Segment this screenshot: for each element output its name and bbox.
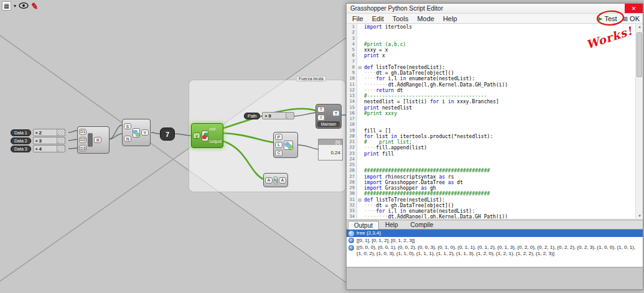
entwine-component[interactable]: S N Y: [122, 119, 151, 146]
aa-port-out[interactable]: A: [279, 177, 286, 184]
code-line[interactable]: 6print x: [347, 53, 643, 58]
code-line[interactable]: 22····fill.append(list): [347, 145, 643, 151]
aa-port-in[interactable]: A: [265, 177, 273, 184]
code-line[interactable]: 15print nestedlist: [347, 105, 643, 111]
output-row[interactable]: [(0, 0, 0), (0, 0, 1), (0, 0, 2), (0, 0,…: [347, 244, 643, 257]
number-node[interactable]: 7: [160, 128, 175, 141]
code-line[interactable]: 26######################################…: [347, 168, 643, 174]
menu-mode[interactable]: Mode: [413, 14, 439, 23]
data-panel-label[interactable]: Data 1: [11, 129, 31, 136]
entwine-port-n[interactable]: N: [124, 136, 131, 142]
path-label[interactable]: Path: [244, 113, 260, 119]
code-line[interactable]: 25: [347, 162, 643, 168]
code-line[interactable]: 9····dt = gh.DataTree[object](): [347, 70, 643, 76]
data-panel-value[interactable]: ◆4: [33, 145, 65, 152]
test-button[interactable]: ▶ Test: [598, 15, 617, 22]
code-line[interactable]: 5xxxy = x: [347, 47, 643, 53]
tab-compile[interactable]: Compile: [404, 220, 440, 229]
menu-file[interactable]: File: [348, 14, 368, 23]
code-line[interactable]: 21# print list;: [347, 139, 643, 145]
plc-port-p[interactable]: P: [275, 134, 282, 140]
path-value[interactable]: ◆9: [262, 112, 294, 119]
data-panel-value[interactable]: ◆3: [33, 137, 65, 144]
code-line[interactable]: 29import Grasshopper as gh: [347, 185, 643, 191]
data-panel-label[interactable]: Data 3: [11, 146, 31, 152]
plc-port-c[interactable]: C: [275, 150, 282, 156]
merge-port-d1[interactable]: D1: [79, 129, 86, 135]
scroll-up-icon[interactable]: ▲: [636, 25, 643, 29]
data-panel-label[interactable]: Data 2: [11, 137, 31, 144]
merge-component[interactable]: D1 D2 D3 R: [77, 126, 110, 154]
code-line[interactable]: 1import itertools: [347, 24, 643, 30]
code-line[interactable]: 34········dt.AddRange(l,gh.Kernel.Data.G…: [347, 214, 643, 218]
tab-help[interactable]: Help: [379, 220, 404, 229]
data-panel[interactable]: Data 2◆3: [11, 137, 65, 144]
scrollbar-thumb[interactable]: [637, 32, 642, 77]
plc-component[interactable]: P L C: [273, 132, 298, 158]
code-line[interactable]: 13#-------------------------------------…: [347, 93, 643, 99]
output-list[interactable]: tree {2,3,4}[[0, 1], [0, 1, 2], [0, 1, 2…: [347, 230, 643, 267]
code-line[interactable]: 28import Grasshopper.DataTree as dt: [347, 180, 643, 185]
merge-port-d2[interactable]: D2: [79, 137, 86, 143]
code-line[interactable]: 18: [347, 122, 643, 128]
group-label[interactable]: Fuerza bruta: [296, 76, 326, 81]
red-pen-icon[interactable]: ✎: [30, 1, 39, 11]
menu-edit[interactable]: Edit: [368, 14, 388, 23]
python-port-out[interactable]: out: [210, 127, 222, 132]
python-port-output[interactable]: output: [210, 139, 222, 144]
code-line[interactable]: 19fill = []: [347, 128, 643, 134]
data-panel[interactable]: Data 1◆2: [11, 129, 65, 136]
result-value: 0.24: [319, 145, 342, 160]
output-row[interactable]: [[0, 1], [0, 1, 2], [0, 1, 2, 3]]: [347, 237, 643, 244]
maintain-port-t-out[interactable]: T: [332, 110, 340, 116]
dropdown-arrow-icon[interactable]: ▾: [14, 3, 16, 9]
code-line[interactable]: 12····return dt: [347, 88, 643, 93]
aa-component[interactable]: A A: [263, 173, 288, 187]
eye-icon[interactable]: [19, 1, 29, 12]
code-line[interactable]: 11········dt.AddRange(l,gh.Kernel.Data.G…: [347, 82, 643, 88]
code-line[interactable]: 14nestedlist = [list(i) for i in xxxy.Br…: [347, 99, 643, 105]
entwine-port-s[interactable]: S: [124, 123, 131, 129]
menu-tools[interactable]: Tools: [388, 14, 413, 23]
code-line[interactable]: 24: [347, 157, 643, 162]
code-scrollbar[interactable]: ▲ ▼: [635, 24, 643, 218]
code-line[interactable]: 33····for i,l in enumerate(nestedList):: [347, 208, 643, 214]
close-button[interactable]: ✕: [625, 4, 643, 13]
code-line[interactable]: 32····dt = gh.DataTree[object](): [347, 203, 643, 208]
canvas-grid-icon[interactable]: ▦: [2, 1, 11, 11]
code-line[interactable]: 27import rhinoscriptsyntax as rs: [347, 174, 643, 180]
tab-output[interactable]: Output: [348, 221, 379, 230]
path-panel[interactable]: Path ◆9: [244, 112, 294, 119]
fold-marker: [357, 122, 363, 128]
code-line[interactable]: 31⊟def listToTree(nestedList):: [347, 197, 643, 203]
scroll-down-icon[interactable]: ▼: [636, 214, 643, 218]
code-line[interactable]: 8⊟def listToTree(nestedList):: [347, 65, 643, 70]
title-bar[interactable]: Grasshopper Python Script Editor ✕: [347, 4, 643, 14]
code-line[interactable]: 17: [347, 116, 643, 122]
ok-button[interactable]: ▦ OK: [623, 15, 640, 22]
diamond-icon: ◆: [35, 139, 38, 142]
data-panel-value[interactable]: ◆2: [33, 129, 65, 136]
data-panel[interactable]: Data 3◆4: [11, 145, 65, 152]
code-line[interactable]: 16#print xxxy: [347, 111, 643, 116]
entwine-port-y[interactable]: Y: [141, 129, 149, 136]
merge-port-r[interactable]: R: [94, 137, 101, 143]
menu-help[interactable]: Help: [439, 14, 462, 23]
code-line[interactable]: 20for list in itertools.product(*nestedl…: [347, 134, 643, 139]
code-line[interactable]: 23print fill: [347, 151, 643, 157]
plc-port-l[interactable]: L: [275, 142, 282, 148]
output-row[interactable]: tree {2,3,4}: [347, 230, 643, 237]
code-line[interactable]: 30######################################…: [347, 191, 643, 197]
code-line[interactable]: 10····for i,l in enumerate(nestedList):: [347, 76, 643, 81]
code-line[interactable]: 7: [347, 59, 643, 65]
fold-marker[interactable]: ⊟: [357, 197, 363, 203]
python-port-y[interactable]: y: [193, 133, 200, 139]
result-panel[interactable]: {0} 0.24: [318, 139, 343, 160]
maintain-port-t-in[interactable]: T: [317, 106, 325, 113]
fold-marker[interactable]: ⊟: [357, 65, 363, 70]
code-editor[interactable]: 1import itertools234#print (a,b,c)5xxxy …: [347, 24, 643, 218]
maintain-port-i[interactable]: I: [317, 114, 325, 121]
python-component[interactable]: y out output: [191, 123, 223, 148]
maintain-component[interactable]: T I T Maintain: [315, 104, 342, 129]
merge-port-d3[interactable]: D3: [79, 145, 86, 151]
